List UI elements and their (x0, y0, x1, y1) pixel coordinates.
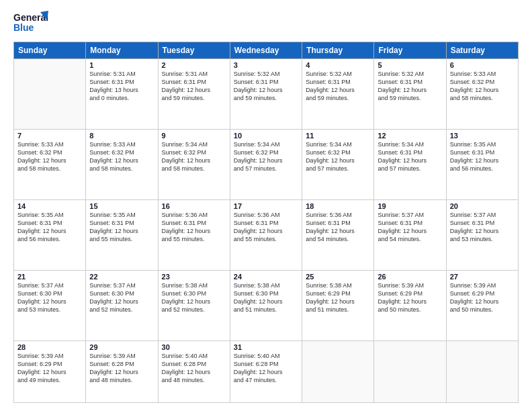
day-info: Sunrise: 5:37 AM Sunset: 6:30 PM Dayligh… (89, 281, 154, 314)
calendar-cell: 15Sunrise: 5:35 AM Sunset: 6:31 PM Dayli… (86, 200, 158, 271)
calendar-cell: 13Sunrise: 5:35 AM Sunset: 6:31 PM Dayli… (446, 130, 518, 200)
day-number: 15 (89, 202, 154, 210)
day-number: 23 (162, 273, 226, 281)
day-info: Sunrise: 5:35 AM Sunset: 6:31 PM Dayligh… (89, 211, 154, 244)
weekday-header: Tuesday (158, 42, 230, 59)
day-number: 3 (234, 61, 298, 69)
calendar-cell: 11Sunrise: 5:34 AM Sunset: 6:32 PM Dayli… (302, 130, 374, 200)
calendar-cell: 26Sunrise: 5:39 AM Sunset: 6:29 PM Dayli… (374, 271, 446, 341)
calendar-cell: 20Sunrise: 5:37 AM Sunset: 6:31 PM Dayli… (446, 200, 518, 271)
day-number: 28 (17, 343, 82, 351)
calendar-cell: 29Sunrise: 5:39 AM Sunset: 6:28 PM Dayli… (86, 341, 158, 403)
day-info: Sunrise: 5:37 AM Sunset: 6:31 PM Dayligh… (378, 211, 442, 244)
weekday-header: Monday (86, 42, 158, 59)
calendar-cell: 24Sunrise: 5:38 AM Sunset: 6:30 PM Dayli… (230, 271, 302, 341)
day-info: Sunrise: 5:39 AM Sunset: 6:28 PM Dayligh… (89, 352, 154, 385)
calendar-cell: 23Sunrise: 5:38 AM Sunset: 6:30 PM Dayli… (158, 271, 230, 341)
day-info: Sunrise: 5:35 AM Sunset: 6:31 PM Dayligh… (17, 211, 82, 244)
day-info: Sunrise: 5:36 AM Sunset: 6:31 PM Dayligh… (162, 211, 226, 244)
header-row: SundayMondayTuesdayWednesdayThursdayFrid… (14, 42, 519, 59)
logo: GeneralBlue (13, 11, 48, 35)
calendar-cell (14, 59, 86, 130)
header: GeneralBlue (13, 11, 519, 35)
day-number: 11 (306, 132, 370, 140)
day-info: Sunrise: 5:32 AM Sunset: 6:31 PM Dayligh… (306, 70, 370, 103)
calendar-cell: 7Sunrise: 5:33 AM Sunset: 6:32 PM Daylig… (14, 130, 86, 200)
day-number: 6 (450, 61, 515, 69)
day-number: 19 (378, 202, 442, 210)
day-info: Sunrise: 5:36 AM Sunset: 6:31 PM Dayligh… (306, 211, 370, 244)
day-number: 27 (450, 273, 515, 281)
day-info: Sunrise: 5:38 AM Sunset: 6:30 PM Dayligh… (234, 281, 298, 314)
day-info: Sunrise: 5:39 AM Sunset: 6:29 PM Dayligh… (378, 281, 442, 314)
calendar-cell: 1Sunrise: 5:31 AM Sunset: 6:31 PM Daylig… (86, 59, 158, 130)
day-info: Sunrise: 5:37 AM Sunset: 6:30 PM Dayligh… (17, 281, 82, 314)
day-info: Sunrise: 5:39 AM Sunset: 6:29 PM Dayligh… (17, 352, 82, 385)
day-info: Sunrise: 5:34 AM Sunset: 6:32 PM Dayligh… (234, 140, 298, 173)
day-number: 5 (378, 61, 442, 69)
day-info: Sunrise: 5:36 AM Sunset: 6:31 PM Dayligh… (234, 211, 298, 244)
day-number: 9 (162, 132, 226, 140)
day-info: Sunrise: 5:31 AM Sunset: 6:31 PM Dayligh… (162, 70, 226, 103)
day-info: Sunrise: 5:34 AM Sunset: 6:32 PM Dayligh… (162, 140, 226, 173)
svg-text:Blue: Blue (13, 22, 34, 33)
calendar-cell: 18Sunrise: 5:36 AM Sunset: 6:31 PM Dayli… (302, 200, 374, 271)
calendar-cell: 27Sunrise: 5:39 AM Sunset: 6:29 PM Dayli… (446, 271, 518, 341)
day-info: Sunrise: 5:31 AM Sunset: 6:31 PM Dayligh… (89, 70, 154, 103)
day-info: Sunrise: 5:33 AM Sunset: 6:32 PM Dayligh… (450, 70, 515, 103)
calendar-cell: 2Sunrise: 5:31 AM Sunset: 6:31 PM Daylig… (158, 59, 230, 130)
day-number: 12 (378, 132, 442, 140)
day-info: Sunrise: 5:40 AM Sunset: 6:28 PM Dayligh… (234, 352, 298, 385)
day-number: 25 (306, 273, 370, 281)
day-number: 18 (306, 202, 370, 210)
calendar-cell: 4Sunrise: 5:32 AM Sunset: 6:31 PM Daylig… (302, 59, 374, 130)
day-number: 1 (89, 61, 154, 69)
weekday-header: Thursday (302, 42, 374, 59)
day-number: 26 (378, 273, 442, 281)
day-number: 16 (162, 202, 226, 210)
day-number: 20 (450, 202, 515, 210)
day-number: 14 (17, 202, 82, 210)
day-number: 13 (450, 132, 515, 140)
calendar-cell: 10Sunrise: 5:34 AM Sunset: 6:32 PM Dayli… (230, 130, 302, 200)
day-number: 2 (162, 61, 226, 69)
calendar-cell: 30Sunrise: 5:40 AM Sunset: 6:28 PM Dayli… (158, 341, 230, 403)
calendar-cell: 8Sunrise: 5:33 AM Sunset: 6:32 PM Daylig… (86, 130, 158, 200)
day-info: Sunrise: 5:34 AM Sunset: 6:32 PM Dayligh… (306, 140, 370, 173)
calendar-cell: 9Sunrise: 5:34 AM Sunset: 6:32 PM Daylig… (158, 130, 230, 200)
calendar-table: SundayMondayTuesdayWednesdayThursdayFrid… (13, 42, 519, 403)
day-number: 10 (234, 132, 298, 140)
calendar-cell: 3Sunrise: 5:32 AM Sunset: 6:31 PM Daylig… (230, 59, 302, 130)
page: GeneralBlue SundayMondayTuesdayWednesday… (0, 0, 532, 411)
day-info: Sunrise: 5:39 AM Sunset: 6:29 PM Dayligh… (450, 281, 515, 314)
day-info: Sunrise: 5:32 AM Sunset: 6:31 PM Dayligh… (234, 70, 298, 103)
weekday-header: Friday (374, 42, 446, 59)
day-number: 17 (234, 202, 298, 210)
calendar-cell: 21Sunrise: 5:37 AM Sunset: 6:30 PM Dayli… (14, 271, 86, 341)
day-info: Sunrise: 5:40 AM Sunset: 6:28 PM Dayligh… (162, 352, 226, 385)
day-info: Sunrise: 5:37 AM Sunset: 6:31 PM Dayligh… (450, 211, 515, 244)
calendar-cell: 25Sunrise: 5:38 AM Sunset: 6:29 PM Dayli… (302, 271, 374, 341)
calendar-cell: 22Sunrise: 5:37 AM Sunset: 6:30 PM Dayli… (86, 271, 158, 341)
calendar-cell: 19Sunrise: 5:37 AM Sunset: 6:31 PM Dayli… (374, 200, 446, 271)
day-number: 22 (89, 273, 154, 281)
day-number: 7 (17, 132, 82, 140)
calendar-cell (374, 341, 446, 403)
weekday-header: Wednesday (230, 42, 302, 59)
day-info: Sunrise: 5:34 AM Sunset: 6:31 PM Dayligh… (378, 140, 442, 173)
day-info: Sunrise: 5:35 AM Sunset: 6:31 PM Dayligh… (450, 140, 515, 173)
calendar-cell: 12Sunrise: 5:34 AM Sunset: 6:31 PM Dayli… (374, 130, 446, 200)
day-number: 4 (306, 61, 370, 69)
calendar-cell (302, 341, 374, 403)
day-number: 8 (89, 132, 154, 140)
calendar-cell: 14Sunrise: 5:35 AM Sunset: 6:31 PM Dayli… (14, 200, 86, 271)
calendar-cell: 6Sunrise: 5:33 AM Sunset: 6:32 PM Daylig… (446, 59, 518, 130)
logo-svg: GeneralBlue (13, 11, 48, 35)
day-info: Sunrise: 5:32 AM Sunset: 6:31 PM Dayligh… (378, 70, 442, 103)
day-number: 31 (234, 343, 298, 351)
day-info: Sunrise: 5:33 AM Sunset: 6:32 PM Dayligh… (89, 140, 154, 173)
calendar-cell: 16Sunrise: 5:36 AM Sunset: 6:31 PM Dayli… (158, 200, 230, 271)
weekday-header: Saturday (446, 42, 518, 59)
day-info: Sunrise: 5:38 AM Sunset: 6:29 PM Dayligh… (306, 281, 370, 314)
calendar-cell: 17Sunrise: 5:36 AM Sunset: 6:31 PM Dayli… (230, 200, 302, 271)
